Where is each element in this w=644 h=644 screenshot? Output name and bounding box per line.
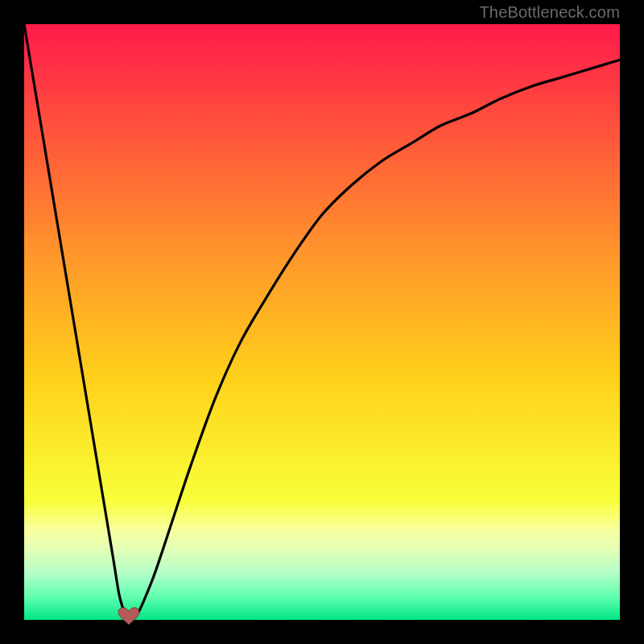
watermark-text: TheBottleneck.com (479, 3, 620, 22)
plot-svg (24, 24, 620, 620)
chart-frame: TheBottleneck.com (0, 0, 644, 644)
plot-area (24, 24, 620, 620)
plot-background (24, 24, 620, 620)
